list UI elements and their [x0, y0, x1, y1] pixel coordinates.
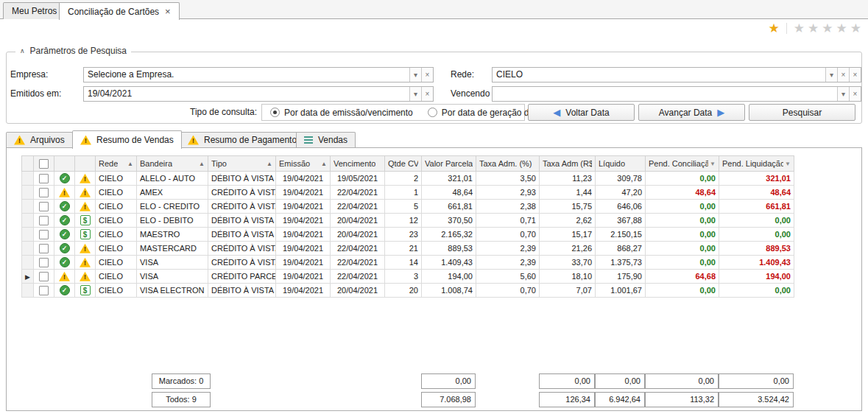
table-row[interactable]: ✓$CIELOVISA ELECTRONDÉBITO À VISTA19/04/… — [22, 284, 794, 298]
column-header-valor-parcela[interactable]: Valor Parcela — [422, 156, 476, 172]
row-select-cell[interactable] — [34, 214, 54, 228]
table-row[interactable]: ▶!!CIELOVISACRÉDITO PARCEL...19/04/20212… — [22, 270, 794, 284]
pesquisar-button[interactable]: Pesquisar — [749, 104, 855, 121]
table-row[interactable]: !!CIELOAMEXCRÉDITO À VISTA19/04/202122/0… — [22, 186, 794, 200]
tab-arquivos[interactable]: ! Arquivos — [6, 132, 73, 147]
star-filled-icon[interactable]: ★ — [769, 22, 780, 35]
row-select-cell[interactable] — [34, 270, 54, 284]
column-header-vencimento[interactable]: Vencimento — [331, 156, 385, 172]
dropdown-icon[interactable]: ▾ — [409, 87, 421, 101]
cell: 22/04/2021 — [331, 186, 385, 200]
table-row[interactable]: ✓!CIELOMASTERCARDCRÉDITO À VISTA19/04/20… — [22, 242, 794, 256]
row-select-cell[interactable] — [34, 242, 54, 256]
clear-icon[interactable]: × — [837, 68, 849, 82]
select-all-header[interactable] — [34, 156, 54, 172]
marcados-pend-conciliacao: 0,00 — [645, 373, 719, 389]
row-checkbox[interactable] — [39, 174, 49, 183]
dropdown-icon[interactable]: ▾ — [837, 87, 849, 101]
column-header-emissa-o[interactable]: Emissão▲ — [276, 156, 331, 172]
row-checkbox[interactable] — [39, 188, 49, 197]
tab-vendas[interactable]: Vendas — [296, 132, 356, 147]
cell: 18,10 — [540, 270, 596, 284]
vencendo-field[interactable]: ▾ × — [492, 86, 861, 102]
emitidos-field[interactable]: 19/04/2021 ▾ × — [83, 86, 434, 102]
tab-resumo-de-pagamentos[interactable]: ! Resumo de Pagamentos — [180, 132, 309, 147]
column-header-taxa-adm-r[interactable]: Taxa Adm (R$) — [540, 156, 596, 172]
column-header-pend-liquidac-a-o[interactable]: Pend. Liquidação▼ — [719, 156, 794, 172]
tab-resumo-de-vendas[interactable]: ! Resumo de Vendas — [72, 130, 182, 149]
warning-icon: ! — [80, 174, 91, 183]
star-empty-icon[interactable]: ★ — [808, 22, 819, 35]
cell: CIELO — [96, 256, 137, 270]
check-icon: ✓ — [60, 285, 70, 295]
row-checkbox[interactable] — [39, 286, 49, 295]
column-header-rede[interactable]: Rede▲ — [96, 156, 137, 172]
avancar-data-button[interactable]: Avançar Data ▶ — [638, 104, 745, 121]
row-checkbox[interactable] — [39, 230, 49, 239]
sort-asc-icon: ▲ — [321, 161, 327, 167]
row-checkbox[interactable] — [39, 272, 49, 281]
totals-area: Marcados: 0 0,00 0,00 0,00 0,00 0,00 Tod… — [21, 373, 794, 410]
row-checkbox[interactable] — [39, 202, 49, 211]
row-select-cell[interactable] — [34, 200, 54, 214]
dropdown-icon[interactable]: ▾ — [409, 68, 421, 82]
row-checkbox[interactable] — [39, 216, 49, 225]
emitidos-value: 19/04/2021 — [84, 87, 409, 101]
cell: 21 — [385, 242, 422, 256]
cell: 2 — [385, 172, 422, 186]
cell: 19/04/2021 — [276, 256, 331, 270]
tab-meu-petros[interactable]: Meu Petros — [3, 2, 66, 19]
conciliation-status-cell: ✓ — [54, 284, 75, 298]
cell: CRÉDITO À VISTA — [208, 242, 276, 256]
tab-conciliacao-de-cartoes[interactable]: Conciliação de Cartões × — [59, 2, 180, 20]
todos-pend-conciliacao: 113,32 — [645, 392, 719, 407]
star-empty-icon[interactable]: ★ — [850, 22, 861, 35]
empresa-field[interactable]: Selecione a Empresa. ▾ × — [83, 67, 434, 83]
filter-dropdown-icon[interactable]: ▼ — [710, 161, 716, 167]
collapse-icon[interactable]: ∧ — [20, 47, 25, 55]
star-empty-icon[interactable]: ★ — [794, 22, 805, 35]
table-row[interactable]: ✓$CIELOMAESTRODÉBITO À VISTA19/04/202120… — [22, 228, 794, 242]
pend-conciliacao-cell: 0,00 — [646, 256, 719, 270]
clear-icon[interactable]: × — [849, 68, 861, 82]
group-legend[interactable]: ∧ Parâmetros de Pesquisa — [15, 46, 131, 56]
column-header-li-quido[interactable]: Líquido — [596, 156, 646, 172]
row-checkbox[interactable] — [39, 244, 49, 253]
column-header-qtde-cv[interactable]: Qtde CV — [385, 156, 422, 172]
column-header-tipo[interactable]: Tipo▲ — [208, 156, 276, 172]
column-header-pend-conciliac-a-o[interactable]: Pend. Conciliação▼ — [646, 156, 719, 172]
rede-field[interactable]: CIELO ▾ × × — [492, 67, 861, 83]
cell: 48,64 — [422, 186, 476, 200]
filter-dropdown-icon[interactable]: ▼ — [785, 161, 791, 167]
column-header-bandeira[interactable]: Bandeira▲ — [137, 156, 208, 172]
clear-icon[interactable]: × — [421, 87, 433, 101]
row-select-cell[interactable] — [34, 284, 54, 298]
cell: CRÉDITO PARCEL... — [208, 270, 276, 284]
star-empty-icon[interactable]: ★ — [836, 22, 847, 35]
table-row[interactable]: ✓!CIELOELO - CREDITOCRÉDITO À VISTA19/04… — [22, 200, 794, 214]
dropdown-icon[interactable]: ▾ — [825, 68, 837, 82]
row-select-cell[interactable] — [34, 172, 54, 186]
table-row[interactable]: ✓$CIELOELO - DEBITODÉBITO À VISTA19/04/2… — [22, 214, 794, 228]
cell: 19/04/2021 — [276, 228, 331, 242]
radio-por-emissao-vencimento[interactable]: Por data de emissão/vencimento — [270, 108, 413, 118]
clear-icon[interactable]: × — [849, 87, 861, 101]
star-empty-icon[interactable]: ★ — [822, 22, 833, 35]
close-icon[interactable]: × — [165, 7, 171, 16]
row-checkbox[interactable] — [39, 258, 49, 267]
check-icon: ✓ — [60, 229, 70, 239]
table-row[interactable]: ✓!CIELOALELO - AUTODÉBITO À VISTA19/04/2… — [22, 172, 794, 186]
voltar-data-button[interactable]: ◀ Voltar Data — [528, 104, 635, 121]
row-select-cell[interactable] — [34, 228, 54, 242]
cell: CRÉDITO À VISTA — [208, 186, 276, 200]
clear-icon[interactable]: × — [421, 68, 433, 82]
todos-valor-parcela: 7.068,98 — [421, 392, 476, 407]
column-header-taxa-adm[interactable]: Taxa Adm. (%) — [476, 156, 540, 172]
row-select-cell[interactable] — [34, 186, 54, 200]
conciliation-status-cell: ✓ — [54, 172, 75, 186]
row-select-cell[interactable] — [34, 256, 54, 270]
cell: CIELO — [96, 284, 137, 298]
select-all-checkbox[interactable] — [39, 159, 49, 169]
cell: CIELO — [96, 228, 137, 242]
table-row[interactable]: ✓!CIELOVISACRÉDITO À VISTA19/04/202122/0… — [22, 256, 794, 270]
